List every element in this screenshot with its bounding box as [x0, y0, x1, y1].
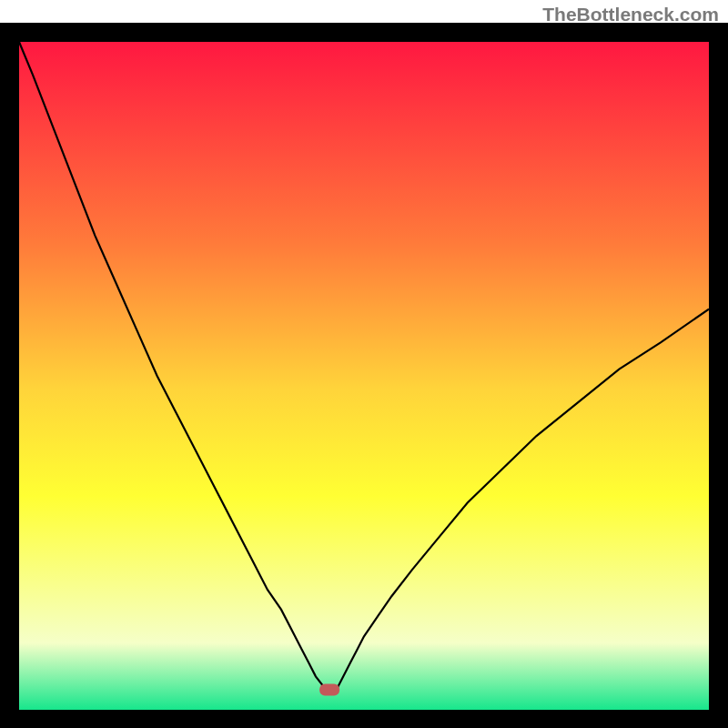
chart-svg [19, 42, 709, 710]
optimum-marker [319, 683, 339, 695]
chart-plot-area [19, 42, 709, 710]
gradient-background [19, 42, 709, 710]
chart-frame [0, 23, 728, 728]
chart-container: TheBottleneck.com [0, 0, 728, 728]
watermark-text: TheBottleneck.com [542, 4, 719, 25]
